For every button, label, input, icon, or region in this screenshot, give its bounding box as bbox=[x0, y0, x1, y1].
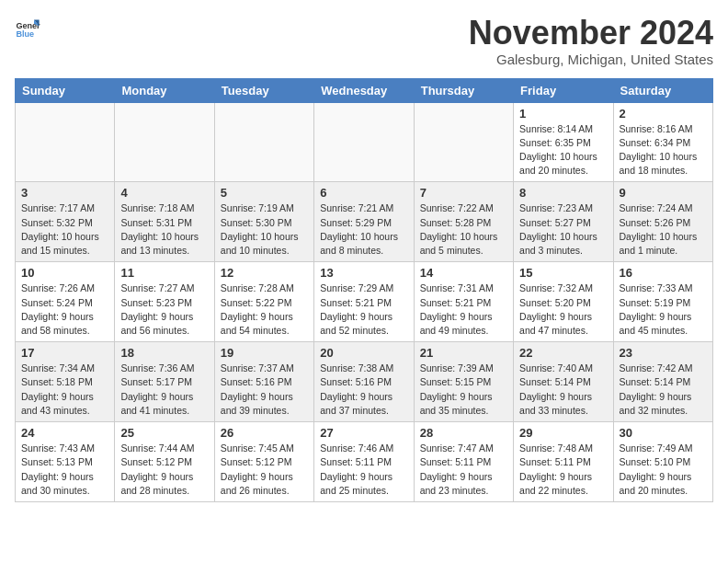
day-number: 19 bbox=[221, 346, 308, 360]
calendar-day-cell: 18Sunrise: 7:36 AMSunset: 5:17 PMDayligh… bbox=[115, 342, 214, 422]
calendar-day-cell: 3Sunrise: 7:17 AMSunset: 5:32 PMDaylight… bbox=[16, 182, 115, 262]
day-info: Sunrise: 7:47 AMSunset: 5:11 PMDaylight:… bbox=[420, 442, 507, 498]
day-number: 14 bbox=[420, 266, 507, 280]
day-number: 22 bbox=[519, 346, 607, 360]
svg-text:Blue: Blue bbox=[16, 29, 34, 39]
calendar-day-cell: 11Sunrise: 7:27 AMSunset: 5:23 PMDayligh… bbox=[115, 262, 214, 342]
day-number: 8 bbox=[519, 186, 607, 200]
day-info: Sunrise: 7:31 AMSunset: 5:21 PMDaylight:… bbox=[420, 282, 507, 338]
calendar-day-cell: 7Sunrise: 7:22 AMSunset: 5:28 PMDaylight… bbox=[414, 182, 513, 262]
day-number: 27 bbox=[320, 426, 407, 440]
calendar-day-cell: 10Sunrise: 7:26 AMSunset: 5:24 PMDayligh… bbox=[16, 262, 115, 342]
title-block: November 2024 Galesburg, Michigan, Unite… bbox=[469, 15, 713, 67]
day-number: 12 bbox=[221, 266, 308, 280]
calendar-day-cell: 17Sunrise: 7:34 AMSunset: 5:18 PMDayligh… bbox=[16, 342, 115, 422]
calendar-week-row: 3Sunrise: 7:17 AMSunset: 5:32 PMDaylight… bbox=[16, 182, 713, 262]
day-info: Sunrise: 7:17 AMSunset: 5:32 PMDaylight:… bbox=[21, 201, 108, 258]
day-number: 17 bbox=[21, 346, 108, 360]
day-number: 1 bbox=[519, 107, 607, 121]
day-number: 2 bbox=[620, 107, 707, 121]
calendar-day-cell bbox=[16, 102, 115, 182]
day-info: Sunrise: 8:16 AMSunset: 6:34 PMDaylight:… bbox=[620, 122, 707, 178]
day-info: Sunrise: 7:48 AMSunset: 5:11 PMDaylight:… bbox=[519, 442, 607, 498]
calendar-day-cell: 2Sunrise: 8:16 AMSunset: 6:34 PMDaylight… bbox=[613, 102, 712, 182]
calendar-day-cell: 5Sunrise: 7:19 AMSunset: 5:30 PMDaylight… bbox=[214, 182, 313, 262]
calendar-day-cell: 22Sunrise: 7:40 AMSunset: 5:14 PMDayligh… bbox=[514, 342, 613, 422]
day-info: Sunrise: 7:46 AMSunset: 5:11 PMDaylight:… bbox=[320, 442, 407, 498]
calendar-day-cell bbox=[214, 102, 313, 182]
day-info: Sunrise: 7:34 AMSunset: 5:18 PMDaylight:… bbox=[21, 362, 108, 418]
calendar-day-cell: 9Sunrise: 7:24 AMSunset: 5:26 PMDaylight… bbox=[613, 182, 712, 262]
day-number: 29 bbox=[519, 426, 607, 440]
calendar-day-cell bbox=[414, 102, 513, 182]
col-header-monday: Monday bbox=[115, 78, 214, 102]
calendar-day-cell: 6Sunrise: 7:21 AMSunset: 5:29 PMDaylight… bbox=[314, 182, 414, 262]
day-info: Sunrise: 7:44 AMSunset: 5:12 PMDaylight:… bbox=[120, 442, 208, 498]
calendar-week-row: 24Sunrise: 7:43 AMSunset: 5:13 PMDayligh… bbox=[16, 422, 713, 502]
day-info: Sunrise: 7:21 AMSunset: 5:29 PMDaylight:… bbox=[320, 201, 407, 258]
day-info: Sunrise: 7:38 AMSunset: 5:16 PMDaylight:… bbox=[320, 362, 407, 418]
day-number: 5 bbox=[221, 186, 308, 200]
calendar-header-row: SundayMondayTuesdayWednesdayThursdayFrid… bbox=[16, 78, 713, 102]
col-header-sunday: Sunday bbox=[16, 78, 115, 102]
day-info: Sunrise: 7:18 AMSunset: 5:31 PMDaylight:… bbox=[120, 201, 208, 258]
day-number: 25 bbox=[120, 426, 208, 440]
calendar-day-cell: 24Sunrise: 7:43 AMSunset: 5:13 PMDayligh… bbox=[16, 422, 115, 502]
day-number: 18 bbox=[120, 346, 208, 360]
calendar-day-cell: 16Sunrise: 7:33 AMSunset: 5:19 PMDayligh… bbox=[613, 262, 712, 342]
calendar-day-cell: 30Sunrise: 7:49 AMSunset: 5:10 PMDayligh… bbox=[613, 422, 712, 502]
day-number: 6 bbox=[320, 186, 407, 200]
day-info: Sunrise: 7:42 AMSunset: 5:14 PMDaylight:… bbox=[620, 362, 707, 418]
calendar-week-row: 17Sunrise: 7:34 AMSunset: 5:18 PMDayligh… bbox=[16, 342, 713, 422]
day-info: Sunrise: 7:40 AMSunset: 5:14 PMDaylight:… bbox=[519, 362, 607, 418]
day-info: Sunrise: 7:32 AMSunset: 5:20 PMDaylight:… bbox=[519, 282, 607, 338]
day-info: Sunrise: 7:28 AMSunset: 5:22 PMDaylight:… bbox=[221, 282, 308, 338]
day-number: 23 bbox=[620, 346, 707, 360]
day-info: Sunrise: 7:27 AMSunset: 5:23 PMDaylight:… bbox=[120, 282, 208, 338]
calendar-week-row: 10Sunrise: 7:26 AMSunset: 5:24 PMDayligh… bbox=[16, 262, 713, 342]
calendar-day-cell: 4Sunrise: 7:18 AMSunset: 5:31 PMDaylight… bbox=[115, 182, 214, 262]
col-header-saturday: Saturday bbox=[613, 78, 712, 102]
day-number: 11 bbox=[120, 266, 208, 280]
location: Galesburg, Michigan, United States bbox=[469, 52, 713, 67]
calendar-day-cell: 20Sunrise: 7:38 AMSunset: 5:16 PMDayligh… bbox=[314, 342, 414, 422]
col-header-tuesday: Tuesday bbox=[214, 78, 313, 102]
calendar-day-cell: 19Sunrise: 7:37 AMSunset: 5:16 PMDayligh… bbox=[214, 342, 313, 422]
logo-icon: General Blue bbox=[15, 15, 40, 40]
day-number: 30 bbox=[620, 426, 707, 440]
calendar-day-cell: 25Sunrise: 7:44 AMSunset: 5:12 PMDayligh… bbox=[115, 422, 214, 502]
day-info: Sunrise: 7:19 AMSunset: 5:30 PMDaylight:… bbox=[221, 201, 308, 258]
day-info: Sunrise: 7:33 AMSunset: 5:19 PMDaylight:… bbox=[620, 282, 707, 338]
col-header-wednesday: Wednesday bbox=[314, 78, 414, 102]
day-info: Sunrise: 7:49 AMSunset: 5:10 PMDaylight:… bbox=[620, 442, 707, 498]
day-number: 10 bbox=[21, 266, 108, 280]
calendar-day-cell: 27Sunrise: 7:46 AMSunset: 5:11 PMDayligh… bbox=[314, 422, 414, 502]
day-info: Sunrise: 7:43 AMSunset: 5:13 PMDaylight:… bbox=[21, 442, 108, 498]
day-info: Sunrise: 7:22 AMSunset: 5:28 PMDaylight:… bbox=[420, 201, 507, 258]
calendar-day-cell: 12Sunrise: 7:28 AMSunset: 5:22 PMDayligh… bbox=[214, 262, 313, 342]
day-info: Sunrise: 7:36 AMSunset: 5:17 PMDaylight:… bbox=[120, 362, 208, 418]
day-number: 16 bbox=[620, 266, 707, 280]
day-number: 24 bbox=[21, 426, 108, 440]
day-number: 15 bbox=[519, 266, 607, 280]
day-info: Sunrise: 7:45 AMSunset: 5:12 PMDaylight:… bbox=[221, 442, 308, 498]
day-number: 9 bbox=[620, 186, 707, 200]
calendar-day-cell bbox=[115, 102, 214, 182]
day-number: 4 bbox=[120, 186, 208, 200]
calendar-day-cell: 29Sunrise: 7:48 AMSunset: 5:11 PMDayligh… bbox=[514, 422, 613, 502]
calendar-day-cell: 14Sunrise: 7:31 AMSunset: 5:21 PMDayligh… bbox=[414, 262, 513, 342]
month-title: November 2024 bbox=[469, 15, 713, 52]
day-info: Sunrise: 7:26 AMSunset: 5:24 PMDaylight:… bbox=[21, 282, 108, 338]
calendar-day-cell: 13Sunrise: 7:29 AMSunset: 5:21 PMDayligh… bbox=[314, 262, 414, 342]
day-number: 7 bbox=[420, 186, 507, 200]
calendar-day-cell: 1Sunrise: 8:14 AMSunset: 6:35 PMDaylight… bbox=[514, 102, 613, 182]
col-header-friday: Friday bbox=[514, 78, 613, 102]
calendar-day-cell: 21Sunrise: 7:39 AMSunset: 5:15 PMDayligh… bbox=[414, 342, 513, 422]
day-number: 28 bbox=[420, 426, 507, 440]
col-header-thursday: Thursday bbox=[414, 78, 513, 102]
day-info: Sunrise: 7:39 AMSunset: 5:15 PMDaylight:… bbox=[420, 362, 507, 418]
day-number: 3 bbox=[21, 186, 108, 200]
day-number: 21 bbox=[420, 346, 507, 360]
day-info: Sunrise: 7:23 AMSunset: 5:27 PMDaylight:… bbox=[519, 201, 607, 258]
calendar-table: SundayMondayTuesdayWednesdayThursdayFrid… bbox=[15, 78, 713, 502]
